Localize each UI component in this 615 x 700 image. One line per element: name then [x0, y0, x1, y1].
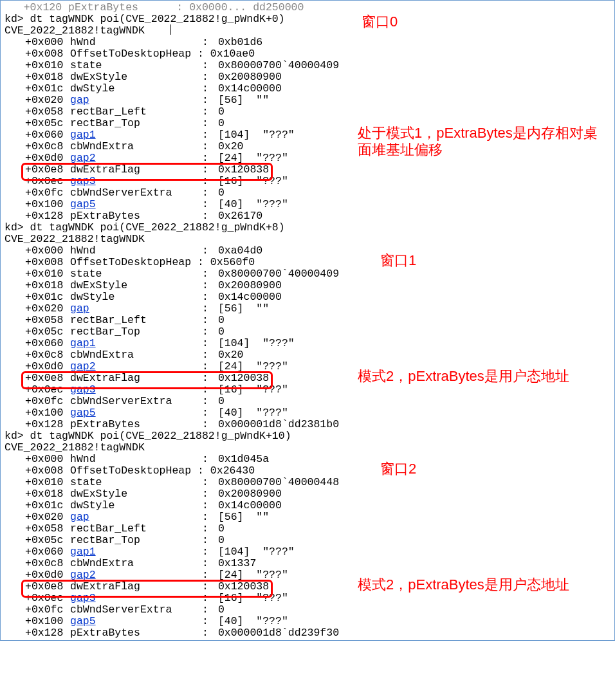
- colon: :: [199, 616, 212, 627]
- field-link[interactable]: gap2: [70, 152, 96, 164]
- field-offset: +0x008: [25, 465, 70, 477]
- field-link[interactable]: gap1: [70, 337, 96, 349]
- field-link[interactable]: gap: [70, 302, 89, 315]
- output-line: +0x000hWnd: 0xa04d0: [5, 245, 614, 257]
- prompt: kd> dt tagWNDK poi(CVE_2022_21882!g_pWnd…: [5, 221, 285, 234]
- field-value: [24] "???": [218, 152, 288, 164]
- field-offset: +0x010: [25, 268, 70, 280]
- colon: :: [191, 48, 210, 60]
- field-name: state: [70, 268, 102, 280]
- field-value: 0x120838: [218, 164, 269, 176]
- colon: :: [199, 535, 212, 546]
- annotation-mode1: 处于模式1，pExtraBytes是内存相对桌面堆基址偏移: [358, 125, 602, 158]
- colon: :: [199, 83, 212, 95]
- field-link[interactable]: gap5: [70, 198, 96, 210]
- field-offset: +0x01c: [25, 291, 70, 303]
- output-line: kd> dt tagWNDK poi(CVE_2022_21882!g_pWnd…: [5, 14, 614, 25]
- field-offset: +0x05c: [25, 118, 70, 129]
- field-name: rectBar_Left: [70, 522, 147, 535]
- field-offset: +0x0e8: [25, 373, 70, 384]
- output-line: +0x01cdwStyle: 0x14c00000: [5, 500, 614, 511]
- field-offset: +0x128: [25, 210, 70, 222]
- field-value: 0x26430: [210, 465, 255, 477]
- colon: :: [199, 373, 212, 384]
- struct-header: CVE_2022_21882!tagWNDK: [5, 233, 145, 245]
- field-name: dwStyle: [70, 82, 115, 95]
- struct-header: CVE_2022_21882!tagWNDK: [5, 24, 145, 37]
- colon: :: [199, 604, 212, 616]
- colon: :: [199, 523, 212, 535]
- field-name: rectBar_Top: [70, 326, 140, 338]
- field-link[interactable]: gap: [70, 511, 89, 523]
- output-line: +0x0ecgap3: [16] "???": [5, 384, 614, 396]
- field-value: [40] "???": [218, 199, 288, 210]
- colon: :: [199, 199, 212, 210]
- field-name: hWnd: [70, 244, 96, 257]
- colon: :: [199, 71, 212, 83]
- field-value: 0: [218, 106, 225, 118]
- output-line: +0x020gap: [56] "": [5, 303, 614, 315]
- colon: :: [199, 187, 212, 199]
- colon: :: [199, 384, 212, 396]
- colon: :: [199, 60, 212, 71]
- field-value: [16] "???": [218, 176, 288, 187]
- output-line: +0x100gap5: [40] "???": [5, 199, 614, 210]
- field-link[interactable]: gap3: [70, 175, 96, 187]
- field-name: rectBar_Top: [70, 534, 140, 546]
- colon: :: [199, 407, 212, 419]
- field-offset: +0x0c8: [25, 558, 70, 569]
- field-value: 0x560f0: [210, 257, 255, 268]
- window1-label: 窗口1: [380, 252, 416, 269]
- field-offset: +0x058: [25, 523, 70, 535]
- field-value: 0x1d045a: [218, 454, 269, 465]
- output-line: +0x000hWnd: 0xb01d6: [5, 37, 614, 48]
- field-value: 0x80000700`40000409: [218, 60, 339, 71]
- field-link[interactable]: gap5: [70, 615, 96, 627]
- field-name: hWnd: [70, 453, 96, 465]
- prompt: kd> dt tagWNDK poi(CVE_2022_21882!g_pWnd…: [5, 430, 291, 442]
- field-name: pExtraBytes: [70, 418, 140, 430]
- output-line: +0x01cdwStyle: 0x14c00000: [5, 291, 614, 303]
- field-link[interactable]: gap5: [70, 407, 96, 419]
- colon: :: [199, 627, 212, 639]
- colon: :: [199, 315, 212, 326]
- field-value: 0x20080900: [218, 71, 282, 83]
- field-value: [104] "???": [218, 338, 295, 349]
- output-line: +0x0fccbWndServerExtra: 0: [5, 396, 614, 407]
- field-offset: +0x060: [25, 338, 70, 349]
- colon: :: [199, 349, 212, 361]
- colon: :: [199, 210, 212, 222]
- output-line: +0x060gap1: [104] "???": [5, 338, 614, 349]
- colon: :: [199, 511, 212, 523]
- field-name: dwExtraFlag: [70, 372, 140, 384]
- debugger-output[interactable]: +0x120 pExtraBytes : 0x0000... dd250000k…: [5, 2, 614, 639]
- field-offset: +0x0d0: [25, 569, 70, 581]
- output-line: +0x020gap: [56] "": [5, 95, 614, 106]
- field-link[interactable]: gap1: [70, 546, 96, 558]
- field-offset: +0x008: [25, 48, 70, 60]
- field-link[interactable]: gap2: [70, 360, 96, 373]
- field-link[interactable]: gap3: [70, 383, 96, 396]
- field-name: pExtraBytes: [70, 627, 140, 639]
- field-link[interactable]: gap2: [70, 569, 96, 581]
- field-link[interactable]: gap: [70, 94, 89, 106]
- field-value: 0: [218, 604, 225, 616]
- field-link[interactable]: gap3: [70, 592, 96, 604]
- field-offset: +0x05c: [25, 535, 70, 546]
- field-value: 0xa04d0: [218, 245, 262, 257]
- field-offset: +0x0c8: [25, 349, 70, 361]
- output-line: +0x020gap: [56] "": [5, 511, 614, 523]
- prompt: kd> dt tagWNDK poi(CVE_2022_21882!g_pWnd…: [5, 13, 285, 25]
- field-name: dwExStyle: [70, 279, 127, 291]
- colon: :: [199, 546, 212, 558]
- output-line: +0x018dwExStyle: 0x20080900: [5, 71, 614, 83]
- output-line: +0x058rectBar_Left: 0: [5, 315, 614, 326]
- colon: :: [199, 581, 212, 593]
- colon: :: [199, 419, 212, 430]
- field-offset: +0x0c8: [25, 141, 70, 152]
- field-link[interactable]: gap1: [70, 129, 96, 141]
- field-offset: +0x008: [25, 257, 70, 268]
- output-line: kd> dt tagWNDK poi(CVE_2022_21882!g_pWnd…: [5, 430, 614, 442]
- field-offset: +0x000: [25, 245, 70, 257]
- field-name: rectBar_Left: [70, 106, 147, 118]
